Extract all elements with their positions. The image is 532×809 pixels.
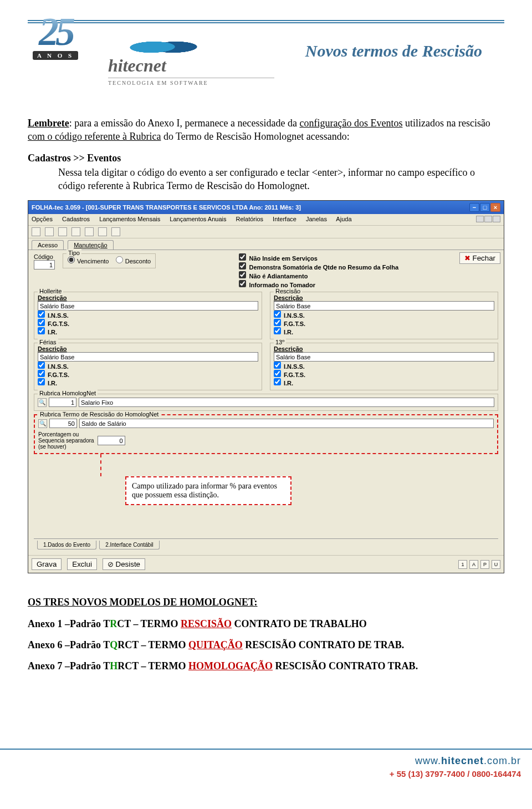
action-bar: Grava Exclui ⊘ Desiste 1 A P U: [28, 555, 504, 573]
rubrica2-desc-input[interactable]: [79, 419, 494, 428]
toolbar-btn[interactable]: [32, 227, 40, 236]
mini-icons: 1 A P U: [458, 560, 500, 569]
logo-hitecnet: hitecnet TECNOLOGIA EM SOFTWARE: [108, 33, 274, 86]
rubrica-termo-rescisao-group: Rubrica Termo de Rescisão do HomologNet …: [34, 414, 498, 454]
fechar-button[interactable]: Fechar: [459, 252, 500, 264]
search-icon[interactable]: [38, 398, 47, 407]
menu-relatorios[interactable]: Relatórios: [236, 216, 264, 222]
tab-acesso[interactable]: Acesso: [32, 240, 64, 250]
group-rescisao: Rescisão Descrição I.N.S.S. F.G.T.S. I.R…: [270, 292, 498, 339]
codigo-input[interactable]: [34, 260, 55, 269]
hollerite-desc-input[interactable]: [38, 301, 258, 311]
mini-icon[interactable]: U: [492, 560, 500, 569]
rubrica-homolognet-group: Rubrica HomologNet: [34, 394, 498, 411]
menu-lanc-mensais[interactable]: Lançamentos Mensais: [99, 216, 160, 222]
nav-desc: Nessa tela digitar o código do evento a …: [58, 166, 504, 193]
toolbar-btn[interactable]: [85, 227, 94, 236]
tab-dados-evento[interactable]: 1.Dados do Evento: [37, 541, 96, 549]
rubrica1-code-input[interactable]: [49, 398, 76, 407]
models-heading: OS TRES NOVOS MODELOS DE HOMOLOGNET:: [28, 596, 504, 609]
mini-icon[interactable]: A: [469, 560, 478, 569]
menu-janelas[interactable]: Janelas: [306, 216, 327, 222]
radio-desconto[interactable]: Desconto: [116, 258, 151, 264]
form-area: Fechar Código Tipo Vencimento Desconto N…: [28, 250, 504, 555]
flag-nao-inside[interactable]: Não Inside em Serviços: [239, 253, 398, 262]
footer-phone: + 55 (13) 3797-7400 / 0800-164474: [0, 769, 521, 779]
logo-25-anos: 25 A N O S: [17, 14, 94, 86]
menu-cadastros[interactable]: Cadastros: [62, 216, 90, 222]
app-titlebar: FOLHA-tec 3.059 - [001-SUPER TRANS TRANS…: [28, 201, 504, 214]
maximize-icon: □: [480, 203, 490, 212]
toolbar-btn[interactable]: [111, 227, 120, 236]
desiste-button[interactable]: ⊘ Desiste: [103, 558, 145, 570]
mini-icon[interactable]: 1: [458, 560, 467, 569]
footer-site: www.hitecnet.com.br: [0, 755, 521, 767]
lembrete-label: Lembrete: [28, 118, 69, 129]
page-header: 25 A N O S hitecnet TECNOLOGIA EM SOFTWA…: [28, 17, 504, 105]
group-13: 13º Descrição I.N.S.S. F.G.T.S. I.R.: [270, 343, 498, 390]
porcentagem-label: Porcentagem ou Sequencia separadora (se …: [38, 431, 94, 450]
group-hollerite: Hollerite Descrição I.N.S.S. F.G.T.S. I.…: [34, 292, 262, 339]
app-window: FOLHA-tec 3.059 - [001-SUPER TRANS TRANS…: [28, 200, 504, 573]
group-ferias: Férias Descrição I.N.S.S. F.G.T.S. I.R.: [34, 343, 262, 390]
tabs-bottom[interactable]: 1.Dados do Evento 2.Interface Contábil: [34, 538, 498, 549]
flag-nao-adiant[interactable]: Não é Adiantamento: [239, 271, 398, 279]
exclui-button[interactable]: Exclui: [67, 558, 97, 570]
search-icon[interactable]: [38, 419, 47, 428]
callout-box: Campo utilizado para informar % para eve…: [125, 476, 291, 505]
flag-informado[interactable]: Informado no Tomador: [239, 280, 398, 288]
user-label: Usuário: HITEC: [436, 228, 500, 235]
menu-lanc-anuais[interactable]: Lançamentos Anuais: [170, 216, 226, 222]
page-footer: www.hitecnet.com.br + 55 (13) 3797-7400 …: [0, 749, 532, 795]
tab-interface-contabil[interactable]: 2.Interface Contábil: [99, 541, 160, 549]
callout-connector: [100, 454, 101, 476]
radio-vencimento[interactable]: Vencimento: [68, 258, 109, 264]
porcentagem-input[interactable]: [98, 436, 125, 445]
model-line-2: Anexo 6 –Padrão TQRCT – TERMO QUITAÇÃO R…: [28, 638, 504, 652]
decimo-desc-input[interactable]: [274, 352, 494, 362]
document-title: Novos termos de Rescisão: [305, 42, 482, 60]
tabs-top[interactable]: Acesso Manutenção: [28, 238, 504, 250]
model-line-1: Anexo 1 –Padrão TRCT – TERMO RESCISÃO CO…: [28, 617, 504, 630]
menu-opcoes[interactable]: Opções: [32, 216, 53, 222]
ferias-desc-input[interactable]: [38, 352, 258, 362]
toolbar-btn[interactable]: [71, 227, 80, 236]
intro-paragraph: Lembrete: para a emissão do Anexo I, per…: [28, 116, 504, 192]
toolbar-btn[interactable]: [98, 227, 107, 236]
rubrica1-desc-input[interactable]: [79, 398, 494, 407]
tipo-group: Tipo Vencimento Desconto: [63, 253, 156, 268]
header-rule: [28, 20, 504, 23]
menu-interface[interactable]: Interface: [273, 216, 296, 222]
flag-demonstra[interactable]: Demonstra Somatória de Qtde no Resumo da…: [239, 262, 398, 271]
grava-button[interactable]: Grava: [32, 558, 62, 570]
toolbar-btn[interactable]: [58, 227, 67, 236]
close-icon: ×: [490, 203, 500, 212]
menu-bar[interactable]: Opções Cadastros Lançamentos Mensais Lan…: [28, 214, 504, 226]
rescisao-desc-input[interactable]: [274, 301, 494, 311]
rubrica2-code-input[interactable]: [49, 419, 77, 428]
model-line-3: Anexo 7 –Padrão THRCT – TERMO HOMOLOGAÇÃ…: [28, 659, 504, 673]
window-controls[interactable]: −□×: [469, 203, 500, 212]
nav-path: Cadastros >> Eventos: [28, 151, 504, 165]
menu-ajuda[interactable]: Ajuda: [336, 216, 351, 222]
toolbar: Usuário: HITEC: [28, 226, 504, 238]
app-title: FOLHA-tec 3.059 - [001-SUPER TRANS TRANS…: [32, 204, 301, 211]
tab-manutencao[interactable]: Manutenção: [68, 240, 114, 250]
flag-checkboxes: Não Inside em Serviços Demonstra Somatór…: [239, 253, 398, 288]
toolbar-btn[interactable]: [45, 227, 54, 236]
minimize-icon: −: [469, 203, 479, 212]
mini-icon[interactable]: P: [480, 560, 489, 569]
codigo-label: Código: [34, 253, 55, 260]
